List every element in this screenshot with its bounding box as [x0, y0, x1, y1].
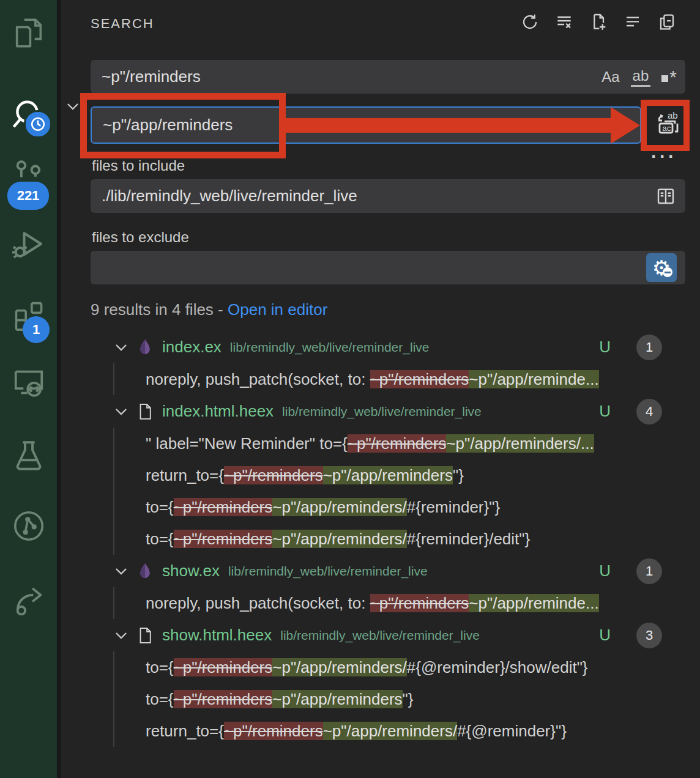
replacement-preview-text: ~p"/app/reminders/ — [272, 530, 407, 548]
removed-match-text: ~p"/reminders — [348, 434, 447, 453]
sidebar-item-commit-graph[interactable] — [0, 495, 57, 557]
extensions-count-badge: 1 — [23, 316, 50, 343]
match-context-text: "} — [453, 466, 464, 484]
replacement-preview-text: ~p"/app/reminders/ — [323, 722, 458, 740]
new-search-editor-icon[interactable] — [589, 12, 608, 32]
panel-header: SEARCH — [61, 0, 700, 48]
collapse-all-icon[interactable] — [623, 12, 642, 32]
sidebar-item-source-control[interactable]: 221 — [0, 144, 57, 205]
git-status-badge: U — [592, 561, 611, 580]
match-line[interactable]: " label="New Reminder" to={~p"/reminders… — [114, 428, 688, 459]
commit-graph-icon — [11, 508, 47, 544]
files-icon — [11, 15, 47, 51]
sidebar-item-extensions[interactable]: 1 — [0, 284, 57, 346]
result-file-row[interactable]: show.exlib/remindly_web/live/reminder_li… — [91, 555, 688, 587]
whole-word-toggle[interactable]: ab — [631, 67, 651, 87]
results-list: index.exlib/remindly_web/live/reminder_l… — [91, 331, 688, 747]
match-line[interactable]: return_to={~p"/reminders~p"/app/reminder… — [114, 459, 688, 491]
run-debug-icon — [10, 226, 47, 263]
use-exclude-settings-button[interactable]: ⚙ — [646, 253, 677, 282]
replacement-preview-text: ~p"/app/reminders/ — [272, 498, 407, 516]
removed-match-text: ~p"/reminders — [174, 530, 273, 548]
match-line[interactable]: noreply, push_patch(socket, to: ~p"/remi… — [114, 363, 688, 395]
chevron-down-icon[interactable] — [113, 628, 129, 643]
sidebar-item-run-debug[interactable] — [0, 214, 57, 275]
view-mode-icon[interactable] — [657, 12, 677, 32]
elixir-file-icon — [135, 561, 155, 581]
git-status-badge: U — [592, 402, 611, 421]
regex-toggle[interactable]: * — [661, 67, 677, 87]
summary-separator: - — [214, 300, 228, 319]
file-path: lib/remindly_web/live/reminder_live — [230, 340, 430, 355]
refresh-icon[interactable] — [520, 12, 540, 32]
match-line[interactable]: to={~p"/reminders~p"/app/reminders/#{rem… — [114, 491, 688, 523]
match-line[interactable]: to={~p"/reminders~p"/app/reminders/#{rem… — [114, 523, 688, 555]
sidebar-item-testing[interactable] — [0, 425, 57, 486]
result-file-row[interactable]: show.html.heexlib/remindly_web/live/remi… — [91, 619, 688, 651]
removed-match-text: ~p"/reminders — [224, 466, 323, 484]
match-context-text: noreply, push_patch(socket, to: — [146, 370, 370, 388]
replace-value-text: ~p"/app/reminders — [103, 116, 233, 135]
sidebar-item-remote-explorer[interactable] — [0, 352, 57, 413]
sidebar-item-share[interactable] — [0, 569, 57, 630]
sidebar-item-search[interactable] — [0, 84, 57, 146]
chevron-down-icon[interactable] — [113, 339, 129, 355]
clear-search-results-icon[interactable] — [554, 12, 574, 32]
share-arrow-icon — [11, 582, 47, 617]
preserve-case-toggle[interactable]: AB — [612, 116, 631, 133]
files-to-include-input[interactable]: ./lib/remindly_web/live/reminder_live — [91, 179, 685, 213]
sidebar-item-explorer[interactable] — [0, 2, 57, 64]
search-query-text: ~p"/reminders — [102, 67, 201, 86]
match-line[interactable]: to={~p"/reminders~p"/app/reminders/#{@re… — [114, 651, 688, 683]
match-group: noreply, push_patch(socket, to: ~p"/remi… — [113, 363, 688, 395]
replacement-preview-text: ~p"/app/reminde... — [469, 370, 598, 388]
results-summary: 9 results in 4 files - Open in editor — [91, 300, 688, 320]
result-file-row[interactable]: index.html.heexlib/remindly_web/live/rem… — [91, 395, 688, 428]
removed-match-text: ~p"/reminders — [174, 658, 273, 676]
search-input[interactable]: ~p"/reminders Aa ab * — [91, 60, 685, 94]
files-to-include-label: files to include — [92, 157, 688, 174]
removed-match-text: ~p"/reminders — [224, 722, 323, 740]
match-group: noreply, push_patch(socket, to: ~p"/remi… — [113, 587, 688, 619]
include-value-text: ./lib/remindly_web/live/reminder_live — [102, 187, 357, 206]
remote-explorer-icon — [10, 364, 47, 401]
match-case-toggle[interactable]: Aa — [601, 69, 619, 86]
open-editors-book-icon[interactable] — [655, 185, 677, 207]
page-title: SEARCH — [91, 16, 154, 31]
file-name: show.ex — [162, 561, 220, 580]
replacement-preview-text: ~p"/app/reminde... — [469, 594, 598, 612]
match-context-text: to={ — [146, 690, 174, 708]
file-name: index.ex — [162, 338, 222, 357]
removed-match-text: ~p"/reminders — [370, 594, 469, 612]
replace-all-button[interactable]: ab ac — [647, 106, 688, 144]
match-count-badge: 3 — [636, 623, 662, 648]
match-context-text: noreply, push_patch(socket, to: — [146, 594, 370, 612]
activity-bar: 221 1 — [0, 0, 61, 778]
match-context-text: #{reminder}"} — [407, 498, 500, 516]
toggle-replace-chevron-icon[interactable] — [65, 98, 81, 114]
file-name: show.html.heex — [162, 626, 272, 645]
files-to-exclude-input[interactable]: ⚙ — [91, 251, 685, 284]
chevron-down-icon[interactable] — [113, 404, 129, 420]
open-in-editor-link[interactable]: Open in editor — [228, 300, 327, 319]
results-count-text: 9 results in 4 files — [91, 300, 214, 319]
replacement-preview-text: ~p"/app/reminders/... — [446, 434, 594, 453]
header-actions — [520, 12, 677, 32]
match-line[interactable]: noreply, push_patch(socket, to: ~p"/remi… — [114, 587, 688, 619]
elixir-file-icon — [135, 338, 155, 357]
match-context-text: " label="New Reminder" to={ — [146, 434, 348, 453]
match-line[interactable]: return_to={~p"/reminders~p"/app/reminder… — [114, 715, 688, 747]
replacement-preview-text: ~p"/app/reminders/ — [272, 658, 407, 676]
file-path: lib/remindly_web/live/reminder_live — [282, 404, 482, 419]
match-line[interactable]: to={~p"/reminders~p"/app/reminders"} — [114, 683, 688, 715]
removed-match-text: ~p"/reminders — [174, 690, 273, 708]
chevron-down-icon[interactable] — [113, 563, 129, 579]
page-file-icon — [135, 626, 155, 645]
result-file-row[interactable]: index.exlib/remindly_web/live/reminder_l… — [91, 331, 688, 363]
git-status-badge: U — [592, 626, 611, 645]
replace-row: ~p"/app/reminders AB ab ac ··· — [91, 106, 688, 144]
replace-input[interactable]: ~p"/app/reminders AB — [91, 106, 641, 144]
minus-circle-icon — [663, 267, 672, 277]
toggle-search-details-icon[interactable]: ··· — [644, 154, 684, 160]
replacement-preview-text: ~p"/app/reminders — [272, 690, 402, 708]
